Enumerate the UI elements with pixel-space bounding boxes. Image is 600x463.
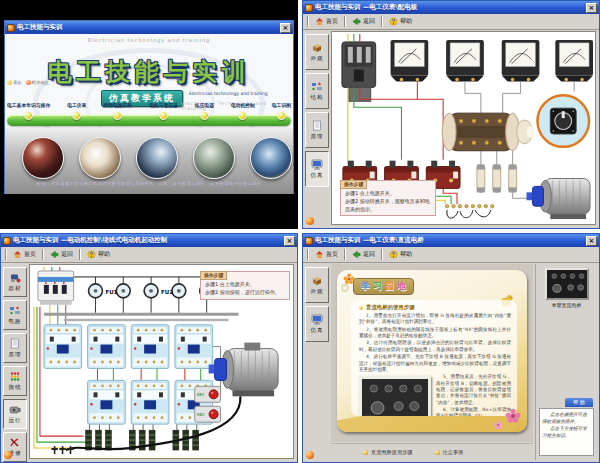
- orb-icon: [200, 111, 209, 120]
- contactor[interactable]: [88, 380, 126, 424]
- bullet-icon: [435, 450, 440, 455]
- menu-item-instruments[interactable]: 电工仪表: [67, 102, 86, 120]
- back-button[interactable]: 返回: [349, 249, 378, 260]
- contactor[interactable]: [175, 325, 213, 369]
- back-arrow-icon: [352, 250, 361, 259]
- help-icon: [389, 17, 398, 26]
- menu-item-diagram-reading[interactable]: 电工识图: [272, 102, 291, 120]
- terminal-strip[interactable]: [445, 204, 494, 218]
- sidebar-button-simulation[interactable]: 仿真: [305, 306, 329, 342]
- home-button[interactable]: 首页: [312, 249, 341, 260]
- toolbar-separator: [381, 249, 383, 260]
- titlebar[interactable]: 电工技能与实训 —电动机控制\绕线式电动机起动控制 ×: [1, 234, 297, 247]
- terminal-clips: [51, 446, 73, 454]
- titlebar[interactable]: 电工技能与实训 ×: [5, 21, 293, 34]
- menu-item-basics[interactable]: 电工基本常识与操作: [7, 102, 50, 120]
- sidebar-button-appearance[interactable]: 外观: [305, 267, 329, 303]
- rotary-switch[interactable]: [442, 113, 534, 151]
- sidebar-button-principle[interactable]: 原理: [305, 112, 329, 148]
- titlebar[interactable]: 电工技能与实训 —电工仪表\配电板 ×: [303, 1, 599, 14]
- link-usage-steps[interactable]: 直流电桥使用步骤: [363, 449, 413, 456]
- sidebar-button-equipment[interactable]: 器材: [3, 267, 27, 297]
- structure-icon: [310, 81, 324, 92]
- circuit-breaker[interactable]: [342, 42, 376, 101]
- close-button[interactable]: ×: [586, 236, 597, 246]
- contactor[interactable]: [44, 325, 82, 369]
- bus-bar: [64, 319, 229, 321]
- back-button[interactable]: 返回: [349, 16, 378, 27]
- close-button[interactable]: ×: [586, 3, 597, 13]
- help-button[interactable]: 帮助: [84, 249, 113, 260]
- toolbar: 首页 返回 帮助: [303, 247, 599, 263]
- sidebar-button-structure[interactable]: 结构: [305, 73, 329, 109]
- contactor[interactable]: [131, 325, 169, 369]
- help-icon: [389, 250, 398, 259]
- splash-body: Electrician technology and training 音乐 相…: [5, 34, 293, 194]
- window-panel-sim: 电工技能与实训 —电工仪表\配电板 × 首页 返回 帮助 外观 结: [302, 0, 600, 229]
- content-title: 直流电桥的使用步骤: [366, 304, 415, 311]
- contactor[interactable]: [131, 380, 169, 424]
- step-line: 步骤2 按动转换开关，观察电压表和电流表的指示。: [345, 198, 432, 214]
- help-label: 帮助: [400, 17, 412, 26]
- menu-item-motor-control[interactable]: 电动机控制: [231, 102, 255, 120]
- close-button[interactable]: ×: [284, 236, 295, 246]
- app-icon: [305, 4, 313, 12]
- home-icon: [315, 17, 324, 26]
- sidebar-button-wiring[interactable]: 接线: [3, 366, 27, 396]
- titlebar[interactable]: 电工技能与实训 —电工仪表\直流电桥 ×: [303, 234, 599, 247]
- help-button[interactable]: 帮助: [386, 16, 415, 27]
- help-button[interactable]: 帮助: [386, 249, 415, 260]
- music-ball-icon[interactable]: [306, 451, 314, 459]
- sidebar-button-appearance[interactable]: 外观: [305, 34, 329, 70]
- steps-title: 操作步骤: [200, 271, 227, 280]
- home-button[interactable]: 首页: [312, 16, 341, 27]
- analog-meter[interactable]: [555, 40, 593, 82]
- home-label: 首页: [326, 17, 338, 26]
- circuit-breaker[interactable]: [38, 271, 74, 305]
- heading-ring-icon: [341, 284, 349, 292]
- quadrant-bridge: 电工技能与实训 —电工仪表\直流电桥 × 首页 返回 帮助 外观: [302, 233, 600, 463]
- pliers-icon: [8, 437, 22, 448]
- learning-garden-heading: 学 习 园 地: [353, 278, 414, 295]
- back-button[interactable]: 返回: [47, 249, 76, 260]
- document-icon: [8, 338, 22, 349]
- fuse-row[interactable]: FU1 FU2: [89, 284, 214, 298]
- close-button[interactable]: ×: [280, 23, 291, 33]
- photo-device: [136, 137, 178, 179]
- home-icon: [315, 250, 324, 259]
- help-note-box: 点击右侧图片可选择欲观察的器件。 点击下方按钮可学习相关知识。: [539, 408, 594, 456]
- document-icon: [310, 120, 324, 131]
- main-menu: 电工基本常识与操作 电工仪表 照明电路安装 电机与变压器 低压电器 电动机控制 …: [7, 102, 291, 120]
- window-title: 电工技能与实训 —电动机控制\绕线式电动机起动控制: [13, 236, 282, 245]
- analog-meter[interactable]: [502, 40, 540, 82]
- fuse-label-fu1: FU1: [105, 289, 117, 295]
- menu-item-lighting[interactable]: 照明电路安装: [103, 102, 132, 120]
- help-tab[interactable]: 帮 助: [565, 398, 593, 407]
- analog-meter[interactable]: [391, 40, 429, 82]
- toolbar-separator: [307, 249, 309, 260]
- contactor[interactable]: [88, 325, 126, 369]
- analog-meter[interactable]: [446, 40, 484, 82]
- bridge-thumbnail-button[interactable]: [545, 268, 589, 300]
- link-precautions[interactable]: 注意事项: [435, 449, 464, 456]
- home-button[interactable]: 首页: [10, 249, 39, 260]
- music-ball-icon[interactable]: [4, 451, 12, 459]
- step-paragraph: 1、测量前先打开检流计锁扣，即将 G 接线柱处的金属拨片由“内接”拨到“外接”，…: [359, 313, 511, 326]
- window-splash: 电工技能与实训 × Electrician technology and tra…: [4, 20, 294, 194]
- sidebar-button-simulation[interactable]: 仿真: [305, 151, 329, 187]
- circuit-icon: [8, 305, 22, 316]
- sidebar-button-principle[interactable]: 原理: [3, 333, 27, 363]
- music-ball-icon[interactable]: [306, 217, 314, 225]
- fuse[interactable]: [477, 165, 517, 193]
- menu-item-low-voltage[interactable]: 低压电器: [195, 102, 214, 120]
- device-picker-panel: 单臂直流电桥 帮 助 点击右侧图片可选择欲观察的器件。 点击下方按钮可学习相关知…: [535, 264, 597, 460]
- back-label: 返回: [363, 17, 375, 26]
- motor[interactable]: [527, 178, 591, 219]
- photo-motor: [193, 137, 235, 179]
- sidebar-button-circuit[interactable]: 电路: [3, 300, 27, 330]
- app-icon: [305, 237, 313, 245]
- fuse-label-fu2: FU2: [161, 289, 173, 295]
- step-paragraph: 4、进行电桥平衡调节。先按下按钮 B 接通电源，再按下按钮 G 接通检流计，根据…: [359, 354, 511, 373]
- menu-item-motors-transformers[interactable]: 电机与变压器: [149, 102, 178, 120]
- sidebar-button-run[interactable]: 运行: [3, 399, 27, 429]
